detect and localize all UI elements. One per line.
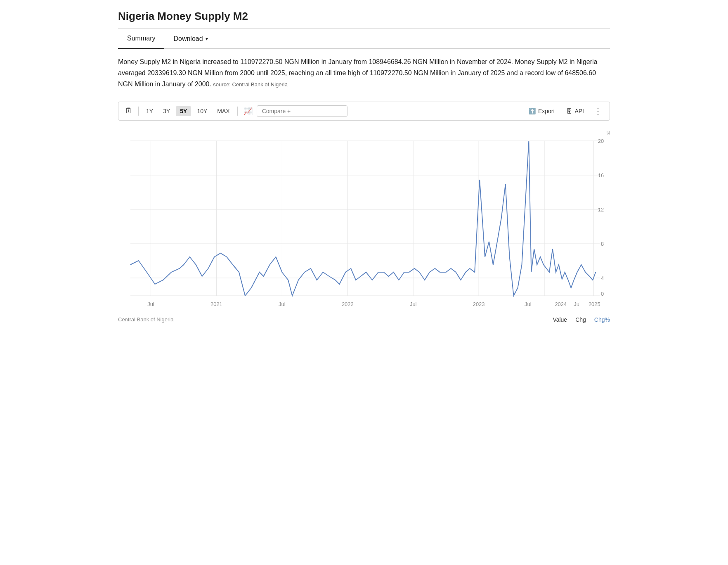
separator2 — [237, 107, 238, 116]
chart-footer-right: Value Chg Chg% — [553, 316, 610, 323]
svg-text:2023: 2023 — [473, 301, 485, 307]
summary-text: Money Supply M2 in Nigeria increased to … — [118, 56, 610, 90]
value-label: Value — [553, 316, 567, 323]
svg-text:2025: 2025 — [589, 301, 600, 307]
svg-text:4: 4 — [601, 275, 604, 281]
separator — [138, 107, 139, 116]
tabs-bar: Summary Download ▾ — [118, 29, 610, 49]
tab-download-label: Download — [173, 35, 203, 43]
chg-label: Chg — [575, 316, 586, 323]
svg-text:Jul: Jul — [279, 301, 286, 307]
svg-text:2024: 2024 — [555, 301, 567, 307]
svg-text:2022: 2022 — [342, 301, 354, 307]
range-5y-button[interactable]: 5Y — [176, 106, 191, 116]
svg-text:%: % — [607, 130, 610, 136]
export-icon: ⬆️ — [529, 108, 536, 114]
line-chart-icon[interactable]: 📈 — [241, 105, 255, 117]
range-3y-button[interactable]: 3Y — [159, 106, 174, 116]
database-icon: 🗄 — [566, 108, 572, 114]
svg-text:Jul: Jul — [525, 301, 532, 307]
svg-text:Jul: Jul — [147, 301, 154, 307]
api-button[interactable]: 🗄 API — [561, 106, 589, 116]
export-button[interactable]: ⬆️ Export — [524, 106, 560, 116]
tab-download[interactable]: Download ▾ — [164, 29, 217, 48]
svg-text:8: 8 — [601, 241, 604, 247]
chg-pct-label[interactable]: Chg% — [594, 316, 610, 323]
page-title: Nigeria Money Supply M2 — [118, 10, 610, 29]
chevron-down-icon: ▾ — [206, 36, 208, 42]
svg-text:Jul: Jul — [574, 301, 581, 307]
range-max-button[interactable]: MAX — [213, 106, 234, 116]
chart-svg: 20 16 12 8 4 0 % — [118, 122, 610, 312]
tab-summary[interactable]: Summary — [118, 29, 164, 49]
calendar-icon[interactable]: 🗓 — [123, 105, 135, 117]
chart-source-label: Central Bank of Nigeria — [118, 316, 173, 323]
compare-input[interactable] — [257, 105, 347, 117]
chart-line — [130, 141, 596, 296]
chart-footer: Central Bank of Nigeria Value Chg Chg% — [118, 316, 610, 323]
source-label: source: Central Bank of Nigeria — [213, 81, 288, 88]
svg-text:0: 0 — [601, 291, 604, 297]
svg-text:2021: 2021 — [210, 301, 222, 307]
range-1y-button[interactable]: 1Y — [142, 106, 157, 116]
chart-area: 20 16 12 8 4 0 % — [118, 122, 610, 312]
api-label: API — [574, 108, 584, 114]
svg-text:Jul: Jul — [410, 301, 417, 307]
more-options-icon[interactable]: ⋮ — [591, 104, 605, 118]
export-label: Export — [538, 108, 555, 114]
chart-controls: 🗓 1Y 3Y 5Y 10Y MAX 📈 ⬆️ Export 🗄 API ⋮ — [118, 102, 610, 121]
range-10y-button[interactable]: 10Y — [193, 106, 211, 116]
